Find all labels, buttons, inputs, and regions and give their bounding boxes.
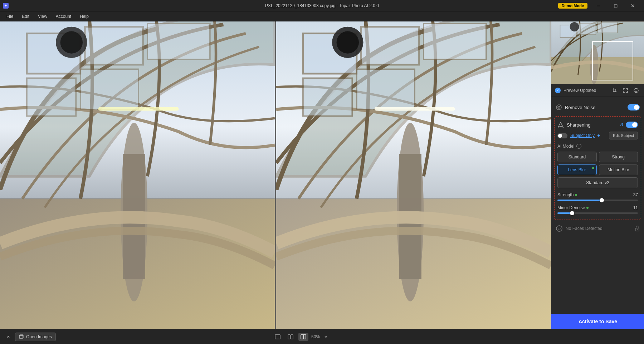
svg-rect-28	[598, 22, 618, 33]
ai-model-grid: Standard Strong Lens Blur Motion Blur	[557, 152, 638, 175]
model-lens-blur-button[interactable]: Lens Blur	[557, 164, 597, 175]
svg-rect-3	[85, 27, 143, 65]
zoom-expand-button[interactable]	[322, 333, 330, 341]
minor-denoise-slider-track[interactable]	[557, 212, 638, 214]
titlebar-left: ✦	[3, 3, 9, 9]
right-panel: ✓ Preview Updated	[551, 21, 644, 329]
strength-label: Strength	[557, 192, 577, 197]
panel-collapse-button[interactable]	[4, 333, 12, 341]
crop-icon	[612, 88, 617, 93]
chevron-down-icon	[324, 335, 328, 339]
zoom-display: 50%	[311, 333, 330, 341]
minimize-button[interactable]: ─	[590, 0, 607, 11]
menu-edit[interactable]: Edit	[18, 13, 33, 20]
model-standard-v2-row: Standard v2	[557, 177, 638, 188]
crop-icon-button[interactable]	[610, 86, 619, 95]
split-view-button[interactable]	[298, 333, 308, 341]
menubar: File Edit View Account Help	[0, 11, 644, 21]
lens-blur-active-dot	[592, 167, 594, 169]
open-images-button[interactable]: Open Images	[15, 333, 56, 341]
noise-icon	[556, 104, 562, 110]
window-title: PXL_20221129_184133903 copy.jpg - Topaz …	[265, 3, 379, 8]
svg-point-23	[337, 31, 359, 53]
svg-point-31	[634, 88, 638, 93]
comparison-view-button[interactable]	[286, 333, 296, 341]
svg-point-29	[590, 45, 599, 84]
lock-icon	[635, 226, 640, 231]
svg-point-30	[570, 22, 579, 31]
svg-rect-21	[375, 107, 455, 111]
menu-file[interactable]: File	[3, 13, 17, 20]
svg-rect-17	[303, 78, 352, 116]
chevron-up-icon	[6, 335, 10, 339]
model-strong-button[interactable]: Strong	[599, 152, 638, 162]
thumbnail-preview[interactable]	[551, 21, 644, 84]
no-faces-row: No Faces Detected	[551, 221, 644, 236]
strength-slider-thumb[interactable]	[600, 198, 604, 202]
svg-point-39	[560, 228, 561, 228]
ai-model-label: AI Model	[557, 144, 574, 149]
minor-denoise-slider-row: Minor Denoise 11	[557, 204, 638, 217]
demo-mode-badge: Demo Mode	[558, 3, 587, 9]
zoom-percentage: 50%	[311, 334, 320, 339]
activate-to-save-button[interactable]: Activate to Save	[551, 314, 644, 329]
model-motion-blur-button[interactable]: Motion Blur	[599, 164, 638, 175]
remove-noise-title-row: Remove Noise	[556, 104, 595, 110]
subject-only-label[interactable]: Subject Only	[570, 133, 595, 138]
main-content: ✓ Preview Updated	[0, 21, 644, 329]
remove-noise-label: Remove Noise	[565, 105, 595, 110]
minor-denoise-slider-thumb[interactable]	[570, 211, 574, 215]
subject-only-row: Subject Only Edit Subject	[557, 130, 638, 142]
smiley-icon-button[interactable]	[632, 86, 640, 95]
model-standard-v2-button[interactable]: Standard v2	[557, 177, 638, 188]
subject-only-toggle[interactable]	[557, 133, 567, 138]
titlebar: ✦ PXL_20221129_184133903 copy.jpg - Topa…	[0, 0, 644, 11]
preview-status-text: Preview Updated	[564, 88, 608, 93]
svg-point-32	[635, 90, 636, 90]
model-standard-button[interactable]: Standard	[557, 152, 597, 162]
ai-model-info-icon[interactable]: i	[576, 144, 581, 149]
svg-rect-42	[19, 335, 23, 338]
open-images-icon	[19, 334, 24, 339]
minor-denoise-label-row: Minor Denoise 11	[557, 205, 638, 210]
sharpening-toggle[interactable]	[626, 122, 638, 128]
sharpening-undo-icon[interactable]: ↺	[619, 122, 624, 128]
edit-subject-button[interactable]: Edit Subject	[609, 132, 638, 139]
panel-scroll-area[interactable]: Remove Noise	[551, 97, 644, 314]
bottom-left: Open Images	[4, 333, 56, 341]
original-photo	[0, 21, 275, 329]
titlebar-right: Demo Mode ─ □ ✕	[558, 0, 641, 11]
fullscreen-icon	[623, 88, 628, 93]
menu-account[interactable]: Account	[52, 13, 75, 20]
strength-label-row: Strength 37	[557, 192, 638, 197]
comparison-view-icon	[288, 334, 293, 339]
maximize-button[interactable]: □	[608, 0, 624, 11]
sharpening-label: Sharpening	[567, 122, 591, 128]
face-icon	[556, 225, 563, 232]
strength-value: 37	[633, 192, 638, 197]
strength-slider-track[interactable]	[557, 200, 638, 201]
single-view-button[interactable]	[273, 333, 283, 341]
svg-rect-6	[80, 69, 138, 109]
svg-rect-43	[275, 335, 280, 339]
svg-point-36	[558, 107, 559, 108]
remove-noise-controls	[628, 104, 640, 110]
svg-point-41	[637, 229, 638, 230]
remove-noise-toggle[interactable]	[628, 104, 640, 110]
svg-rect-15	[361, 27, 419, 65]
canvas-area[interactable]	[0, 21, 551, 329]
strength-slider-fill	[557, 200, 602, 201]
minor-denoise-value: 11	[633, 205, 638, 210]
menu-help[interactable]: Help	[76, 13, 92, 20]
remove-noise-header: Remove Noise	[556, 102, 640, 113]
svg-rect-45	[291, 335, 293, 339]
sharpening-title-row: Sharpening	[557, 122, 591, 128]
original-image-panel	[0, 21, 275, 329]
svg-rect-5	[27, 78, 76, 116]
single-view-icon	[275, 334, 280, 339]
fullscreen-icon-button[interactable]	[621, 86, 630, 95]
close-button[interactable]: ✕	[625, 0, 641, 11]
minor-denoise-green-dot	[586, 207, 589, 209]
svg-point-37	[556, 226, 562, 231]
menu-view[interactable]: View	[34, 13, 51, 20]
